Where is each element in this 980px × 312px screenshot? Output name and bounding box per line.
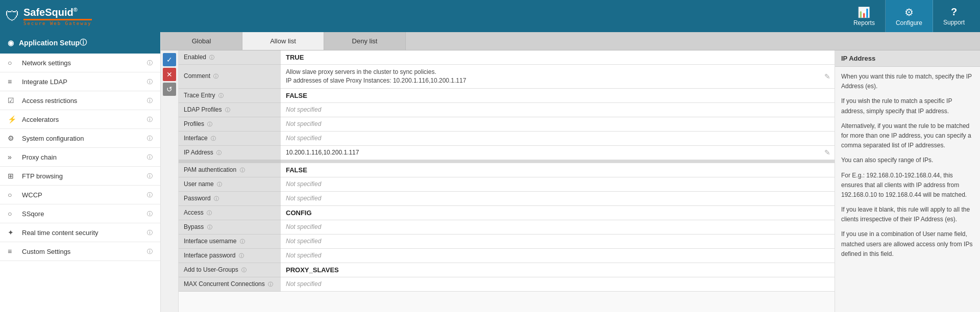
- sidebar-item-wccp[interactable]: ○ WCCP ⓘ: [0, 186, 160, 204]
- label-comment: Comment ⓘ: [179, 65, 281, 89]
- sidebar-item-access-restrictions[interactable]: ☑ Access restrictions ⓘ: [0, 91, 160, 110]
- sidebar-item-label: Real time content security: [22, 229, 145, 237]
- info-icon-7: ⓘ: [147, 172, 153, 180]
- network-icon: ○: [8, 59, 17, 67]
- info-password: ⓘ: [214, 196, 219, 201]
- row-pam: PAM authentication ⓘ FALSE: [179, 163, 835, 177]
- label-profiles: Profiles ⓘ: [179, 117, 281, 131]
- row-ldap-profiles: LDAP Profiles ⓘ Not specified: [179, 102, 835, 117]
- configure-icon: ⚙: [904, 6, 914, 18]
- info-panel-header: IP Address: [835, 50, 980, 67]
- custom-icon: ≡: [8, 247, 17, 255]
- info-icon-11: ⓘ: [147, 248, 153, 255]
- row-enabled: Enabled ⓘ TRUE: [179, 50, 835, 65]
- nav-support[interactable]: ? Support: [933, 0, 975, 32]
- sidebar-item-label: FTP browsing: [22, 172, 145, 180]
- nav-configure[interactable]: ⚙ Configure: [886, 0, 933, 32]
- row-max-concurrent: MAX Concurrent Connections ⓘ Not specifi…: [179, 277, 835, 291]
- tab-global[interactable]: Global: [161, 32, 242, 50]
- reports-label: Reports: [853, 19, 875, 27]
- tab-allow-list[interactable]: Allow list: [242, 32, 324, 50]
- row-username: User name ⓘ Not specified: [179, 177, 835, 191]
- support-label: Support: [943, 19, 965, 26]
- info-icon-9: ⓘ: [147, 210, 153, 218]
- row-comment: Comment ⓘ Allow slave proxy servers in t…: [179, 65, 835, 89]
- ssqore-icon: ○: [8, 210, 17, 218]
- info-p5: If you leave it blank, this rule will ap…: [841, 205, 974, 224]
- sidebar-item-label: Application Setup: [19, 39, 80, 47]
- info-icon-2: ⓘ: [147, 78, 153, 86]
- sidebar-item-accelerators[interactable]: ⚡ Accelerators ⓘ: [0, 110, 160, 129]
- sidebar-item-real-time-content-security[interactable]: ✦ Real time content security ⓘ: [0, 223, 160, 242]
- sidebar-item-network-settings[interactable]: ○ Network settings ⓘ: [0, 54, 160, 72]
- tab-global-label: Global: [192, 37, 211, 45]
- value-add-to-user-groups: PROXY_SLAVES: [281, 263, 835, 277]
- info-interface-password: ⓘ: [239, 253, 244, 258]
- cross-button[interactable]: ✕: [163, 68, 176, 81]
- row-access: Access ⓘ CONFIG: [179, 205, 835, 220]
- value-enabled: TRUE: [281, 50, 835, 65]
- label-access: Access ⓘ: [179, 205, 281, 220]
- tab-deny-list-label: Deny list: [352, 37, 378, 45]
- info-icon-3: ⓘ: [147, 97, 153, 105]
- edit-icon-ip[interactable]: ✎: [824, 148, 830, 157]
- logo-area: 🛡 SafeSquid® Secure Web Gateway: [5, 7, 92, 26]
- sidebar-item-integrate-ldap[interactable]: ≡ Integrate LDAP ⓘ: [0, 72, 160, 91]
- access-icon: ☑: [8, 96, 17, 105]
- check-button[interactable]: ✓: [163, 53, 176, 66]
- sidebar-item-label: Accelerators: [22, 116, 145, 123]
- info-profiles: ⓘ: [207, 121, 212, 127]
- sidebar-item-system-configuration[interactable]: ⚙ System configuration ⓘ: [0, 129, 160, 148]
- sidebar-item-label: Custom Settings: [22, 248, 145, 255]
- info-trace-entry: ⓘ: [218, 93, 224, 98]
- sidebar-item-proxy-chain[interactable]: » Proxy chain ⓘ: [0, 148, 160, 167]
- info-icon-10: ⓘ: [147, 229, 153, 237]
- label-username: User name ⓘ: [179, 177, 281, 191]
- info-panel-content: When you want this rule to match, specif…: [835, 67, 980, 269]
- info-p4: For E.g.: 192.168.0.10-192.168.0.44, thi…: [841, 171, 974, 200]
- accelerators-icon: ⚡: [8, 115, 17, 123]
- sidebar-item-application-setup[interactable]: ◉ Application Setup ⓘ: [0, 32, 160, 54]
- label-ldap-profiles: LDAP Profiles ⓘ: [179, 102, 281, 117]
- info-bypass: ⓘ: [207, 224, 212, 230]
- sidebar-item-label: Integrate LDAP: [22, 78, 145, 86]
- value-access: CONFIG: [281, 205, 835, 220]
- value-comment[interactable]: Allow slave proxy servers in the cluster…: [281, 65, 835, 89]
- reset-button[interactable]: ↺: [163, 83, 176, 96]
- value-pam: FALSE: [281, 163, 835, 177]
- label-trace-entry: Trace Entry ⓘ: [179, 88, 281, 102]
- sidebar-item-label: SSqore: [22, 210, 145, 218]
- info-access: ⓘ: [207, 210, 212, 216]
- value-password: Not specified: [281, 191, 835, 205]
- sidebar-item-label: Access restrictions: [22, 97, 145, 105]
- value-max-concurrent: Not specified: [281, 277, 835, 291]
- label-enabled: Enabled ⓘ: [179, 50, 281, 65]
- tab-deny-list[interactable]: Deny list: [324, 32, 406, 50]
- info-p1: If you wish the rule to match a specific…: [841, 96, 974, 116]
- orange-bar: [23, 19, 92, 20]
- wccp-icon: ○: [8, 191, 17, 199]
- sidebar-item-ftp-browsing[interactable]: ⊞ FTP browsing ⓘ: [0, 167, 160, 186]
- label-password: Password ⓘ: [179, 191, 281, 205]
- info-comment: ⓘ: [213, 73, 218, 79]
- row-ip-address: IP Address ⓘ 10.200.1.116,10.200.1.117 ✎: [179, 145, 835, 160]
- sidebar-item-ssqore[interactable]: ○ SSqore ⓘ: [0, 204, 160, 223]
- ldap-icon: ≡: [8, 77, 17, 86]
- proxy-chain-icon: »: [8, 153, 17, 161]
- info-ip-address: ⓘ: [216, 150, 222, 155]
- edit-icon-comment[interactable]: ✎: [824, 72, 830, 81]
- sidebar-item-custom-settings[interactable]: ≡ Custom Settings ⓘ: [0, 242, 160, 261]
- comment-text: Allow slave proxy servers in the cluster…: [286, 68, 466, 84]
- action-column: ✓ ✕ ↺: [161, 50, 179, 312]
- info-p3: You can also specify range of IPs.: [841, 155, 974, 165]
- info-icon-8: ⓘ: [147, 191, 153, 199]
- nav-reports[interactable]: 📊 Reports: [843, 0, 886, 32]
- sidebar-item-label: WCCP: [22, 191, 145, 199]
- value-interface-password: Not specified: [281, 248, 835, 263]
- logo-icon: 🛡: [5, 8, 19, 24]
- reports-icon: 📊: [857, 6, 870, 18]
- info-p0: When you want this rule to match, specif…: [841, 72, 974, 91]
- row-password: Password ⓘ Not specified: [179, 191, 835, 205]
- value-ldap-profiles: Not specified: [281, 102, 835, 117]
- configure-label: Configure: [896, 19, 922, 27]
